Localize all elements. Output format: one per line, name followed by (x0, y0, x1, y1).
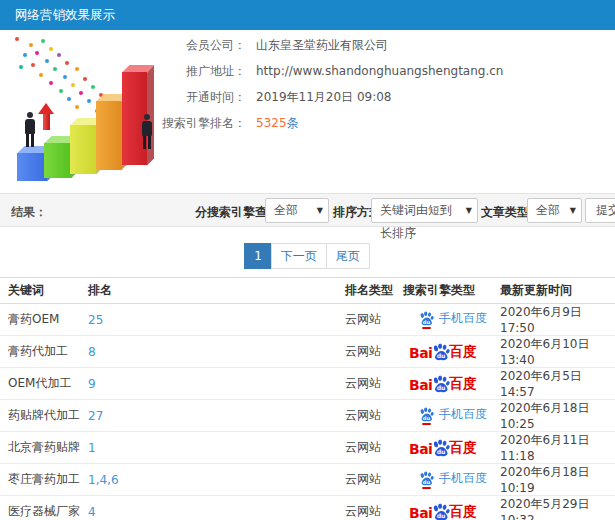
info-row-url: 推广地址： http://www.shandonghuangshengtang.… (130, 62, 610, 80)
update-time-cell: 2020年6月18日 10:25 (500, 400, 615, 432)
pagination: 1 下一页 尾页 (0, 243, 615, 269)
table-header-row: 关键词 排名 排名类型 搜索引擎类型 最新更新时间 (0, 278, 615, 304)
top-header-bar: 网络营销效果展示 (0, 0, 615, 30)
mobile-baidu-logo: du 手机百度 (419, 406, 487, 423)
baidu-paw-icon: du (419, 471, 434, 486)
next-page-button[interactable]: 下一页 (271, 243, 327, 269)
baidu-paw-icon: du (432, 503, 450, 520)
bar-blue (17, 153, 47, 181)
engine-view-select[interactable]: 全部 ▼ (265, 198, 329, 223)
keyword-cell: 北京膏药贴牌 (0, 432, 88, 464)
info-row-open-time: 开通时间： 2019年11月20日 09:08 (130, 88, 610, 106)
table-row: 枣庄膏药加工 1,4,6 云网站 du 手机百度 2020年6月18日 10:1… (0, 464, 615, 496)
col-header-update-time: 最新更新时间 (500, 278, 615, 304)
company-link[interactable]: 山东皇圣堂药业有限公司 (256, 37, 388, 54)
rank-link[interactable]: 1 (88, 441, 96, 455)
update-time-cell: 2020年6月18日 10:19 (500, 464, 615, 496)
sort-selected-value: 关键词由短到长排序 (380, 203, 452, 240)
update-time-cell: 2020年6月5日 14:57 (500, 368, 615, 400)
chevron-down-icon: ▼ (466, 199, 472, 222)
table-row: 膏药OEM 25 云网站 du 手机百度 2020年6月9日 17:50 (0, 304, 615, 336)
svg-text:du: du (437, 384, 446, 391)
member-info-panel: 会员公司： 山东皇圣堂药业有限公司 推广地址： http://www.shand… (130, 36, 610, 140)
col-header-rank-type: 排名类型 (345, 278, 403, 304)
table-row: 膏药代加工 8 云网站 Bai du 百度 2020年6月10日 13:40 (0, 336, 615, 368)
col-header-engine-type: 搜索引擎类型 (403, 278, 500, 304)
article-type-selected-value: 全部 (536, 203, 560, 217)
promo-url-link[interactable]: http://www.shandonghuangshengtang.cn (256, 64, 503, 78)
baidu-logo-bai: Bai (409, 345, 432, 361)
rank-link[interactable]: 25 (88, 313, 103, 327)
rank-count-label: 搜索引擎排名： (130, 115, 246, 132)
baidu-logo: Bai du 百度 (409, 375, 476, 393)
table-row: 北京膏药贴牌 1 云网站 Bai du 百度 2020年6月11日 11:18 (0, 432, 615, 464)
table-row: 药贴牌代加工 27 云网站 du 手机百度 2020年6月18日 10:25 (0, 400, 615, 432)
rank-type-cell: 云网站 (345, 496, 403, 520)
rank-link[interactable]: 8 (88, 345, 96, 359)
chevron-down-icon: ▼ (317, 199, 323, 222)
baidu-paw-icon: du (419, 407, 434, 422)
info-row-company: 会员公司： 山东皇圣堂药业有限公司 (130, 36, 610, 54)
table-row: OEM代加工 9 云网站 Bai du 百度 2020年6月5日 14:57 (0, 368, 615, 400)
bar-orange (96, 101, 121, 170)
baidu-logo: Bai du 百度 (409, 439, 476, 457)
baidu-paw-icon: du (419, 311, 434, 326)
col-header-keyword: 关键词 (0, 278, 88, 304)
baidu-logo: Bai du 百度 (409, 503, 476, 520)
rank-type-cell: 云网站 (345, 368, 403, 400)
keyword-cell: 枣庄膏药加工 (0, 464, 88, 496)
baidu-logo-cn: 百度 (449, 375, 476, 393)
up-arrow-icon (38, 103, 54, 131)
page-button-current[interactable]: 1 (244, 243, 272, 269)
filter-bar: 结果： 分搜索引擎查看 全部 ▼ 排序方式 关键词由短到长排序 ▼ 文章类型 全… (0, 193, 615, 227)
update-time-cell: 2020年6月11日 11:18 (500, 432, 615, 464)
svg-text:du: du (437, 512, 446, 519)
rank-type-cell: 云网站 (345, 400, 403, 432)
svg-text:du: du (437, 448, 446, 455)
open-time-label: 开通时间： (130, 89, 246, 106)
rank-link[interactable]: 9 (88, 377, 96, 391)
bar-green (44, 143, 71, 178)
rank-count-unit[interactable]: 条 (287, 116, 299, 130)
open-time-value: 2019年11月20日 09:08 (256, 89, 391, 106)
keyword-rank-table: 关键词 排名 排名类型 搜索引擎类型 最新更新时间 膏药OEM 25 云网站 d… (0, 277, 615, 520)
baidu-logo: Bai du 百度 (409, 343, 476, 361)
mobile-baidu-logo: du 手机百度 (419, 470, 487, 487)
engine-label: 手机百度 (439, 470, 487, 487)
rank-type-cell: 云网站 (345, 304, 403, 336)
rank-type-cell: 云网站 (345, 464, 403, 496)
submit-button[interactable]: 提交 (585, 198, 615, 223)
article-type-label: 文章类型 (481, 204, 529, 221)
baidu-logo-bai: Bai (409, 377, 432, 393)
promo-url-label: 推广地址： (130, 63, 246, 80)
keyword-cell: 膏药代加工 (0, 336, 88, 368)
rank-link[interactable]: 4 (88, 505, 96, 519)
rank-count-value: 5325条 (256, 115, 299, 132)
article-type-select[interactable]: 全部 ▼ (527, 198, 582, 223)
svg-text:du: du (423, 319, 431, 325)
baidu-logo-cn: 百度 (449, 439, 476, 457)
keyword-cell: 药贴牌代加工 (0, 400, 88, 432)
sort-select[interactable]: 关键词由短到长排序 ▼ (371, 198, 478, 223)
update-time-cell: 2020年6月10日 13:40 (500, 336, 615, 368)
col-header-rank: 排名 (88, 278, 345, 304)
info-row-rank-count: 搜索引擎排名： 5325条 (130, 114, 610, 132)
keyword-cell: 膏药OEM (0, 304, 88, 336)
rank-link[interactable]: 1,4,6 (88, 473, 119, 487)
businessman-figure-left (22, 112, 38, 147)
engine-view-selected-value: 全部 (274, 203, 298, 217)
last-page-button[interactable]: 尾页 (326, 243, 370, 269)
update-time-cell: 2020年5月29日 10:32 (500, 496, 615, 520)
svg-text:du: du (423, 415, 431, 421)
engine-label: 手机百度 (439, 310, 487, 327)
baidu-paw-icon: du (432, 375, 450, 393)
page-title: 网络营销效果展示 (15, 0, 115, 30)
baidu-paw-icon: du (432, 343, 450, 361)
rank-link[interactable]: 27 (88, 409, 103, 423)
bar-yellow (70, 125, 96, 174)
rank-type-cell: 云网站 (345, 336, 403, 368)
keyword-cell: 医疗器械厂家 (0, 496, 88, 520)
svg-text:du: du (423, 479, 431, 485)
baidu-logo-cn: 百度 (449, 503, 476, 520)
keyword-cell: OEM代加工 (0, 368, 88, 400)
